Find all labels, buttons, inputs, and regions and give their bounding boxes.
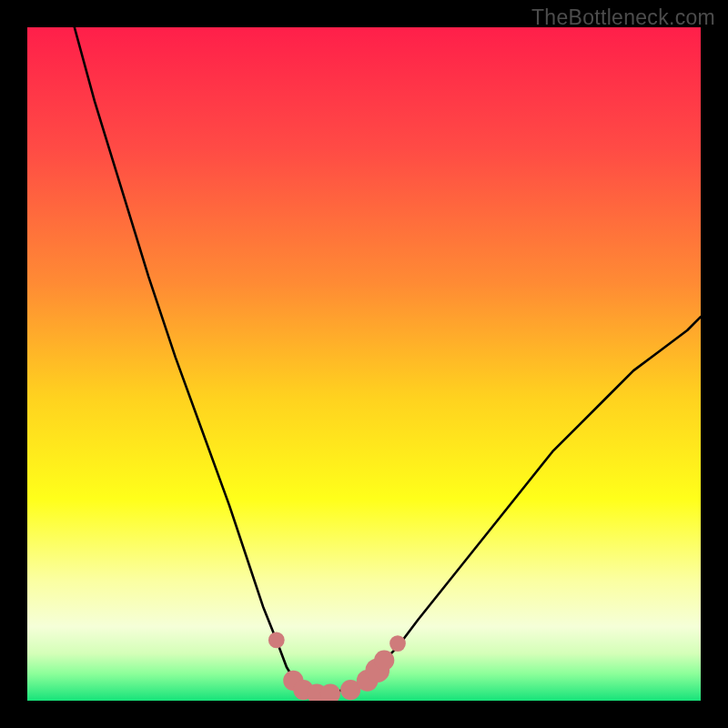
chart-frame: TheBottleneck.com <box>0 0 728 728</box>
watermark-label: TheBottleneck.com <box>531 5 715 30</box>
marker-dot <box>389 635 406 652</box>
marker-dot <box>268 632 285 649</box>
heat-gradient-bg <box>27 27 701 701</box>
marker-dot <box>374 651 394 671</box>
bottleneck-chart <box>27 27 701 701</box>
